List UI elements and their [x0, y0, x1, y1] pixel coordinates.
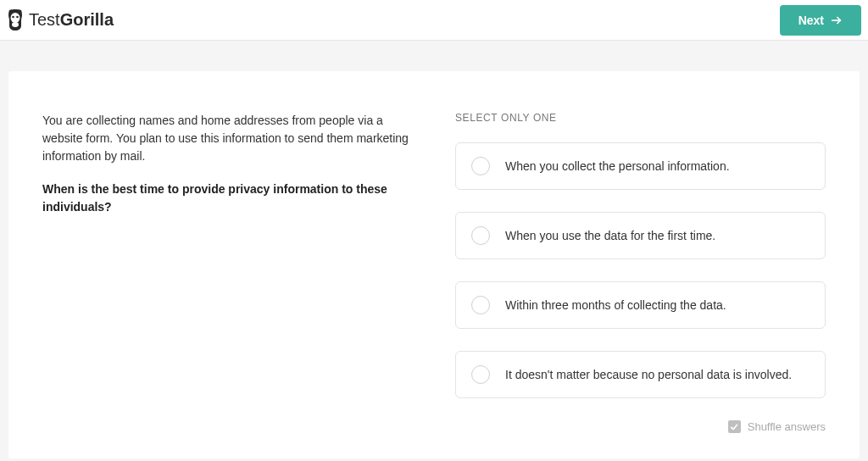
logo-text: TestGorilla	[29, 10, 114, 30]
answer-option-4[interactable]: It doesn't matter because no personal da…	[455, 351, 826, 398]
content: You are collecting names and home addres…	[0, 41, 868, 458]
question-context: You are collecting names and home addres…	[42, 112, 413, 165]
shuffle-answers: Shuffle answers	[455, 420, 826, 433]
answer-option-1[interactable]: When you collect the personal informatio…	[455, 142, 826, 190]
gorilla-icon	[5, 8, 25, 32]
next-button-label: Next	[798, 14, 824, 27]
arrow-right-icon	[831, 14, 843, 26]
answer-option-text: It doesn't matter because no personal da…	[505, 368, 792, 381]
question-column: You are collecting names and home addres…	[42, 112, 413, 433]
answer-option-text: When you use the data for the first time…	[505, 229, 715, 242]
answer-option-text: Within three months of collecting the da…	[505, 298, 726, 312]
answer-option-text: When you collect the personal informatio…	[505, 159, 730, 173]
radio-icon	[471, 296, 490, 314]
svg-point-0	[11, 13, 20, 23]
svg-point-2	[16, 15, 19, 18]
checkbox-checked-icon	[728, 420, 741, 433]
radio-icon	[471, 157, 490, 175]
shuffle-label: Shuffle answers	[748, 420, 826, 433]
answers-instruction: SELECT ONLY ONE	[455, 112, 826, 124]
svg-point-1	[12, 15, 14, 18]
radio-icon	[471, 365, 490, 384]
answer-option-2[interactable]: When you use the data for the first time…	[455, 212, 826, 259]
next-button[interactable]: Next	[780, 5, 861, 36]
answer-option-3[interactable]: Within three months of collecting the da…	[455, 281, 826, 329]
question-prompt: When is the best time to provide privacy…	[42, 181, 413, 216]
logo: TestGorilla	[5, 8, 114, 32]
logo-text-b: Gorilla	[60, 10, 114, 29]
question-card: You are collecting names and home addres…	[8, 71, 860, 458]
logo-text-a: Test	[29, 10, 60, 29]
header: TestGorilla Next	[0, 0, 868, 41]
svg-point-3	[12, 22, 19, 27]
answers-column: SELECT ONLY ONE When you collect the per…	[455, 112, 826, 433]
radio-icon	[471, 226, 490, 245]
